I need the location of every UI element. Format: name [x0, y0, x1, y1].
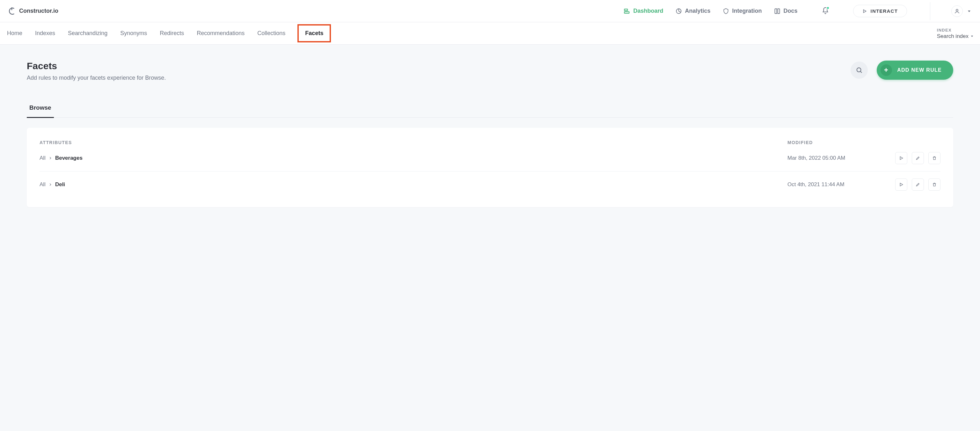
chevron-right-icon: [49, 183, 52, 186]
analytics-icon: [676, 8, 682, 14]
rules-table: Attributes Modified All Beverages Mar 8t…: [27, 128, 953, 207]
pencil-icon: [916, 156, 920, 161]
integration-icon: [723, 8, 729, 14]
svg-rect-1: [625, 9, 628, 11]
crumb-root: All: [40, 155, 46, 161]
index-select[interactable]: Search index: [937, 33, 974, 39]
add-rule-label: ADD NEW RULE: [897, 67, 942, 73]
topbar: Constructor.io Dashboard Analytics Integ…: [0, 0, 980, 22]
page: Facets Add rules to modify your facets e…: [0, 45, 980, 431]
subnav-redirects[interactable]: Redirects: [159, 28, 185, 38]
svg-marker-10: [900, 156, 903, 159]
topnav: Dashboard Analytics Integration Docs: [624, 2, 971, 20]
search-button[interactable]: [851, 62, 868, 79]
table-head: Attributes Modified: [40, 140, 940, 145]
svg-rect-2: [625, 11, 629, 13]
subnav-facets[interactable]: Facets: [298, 24, 331, 42]
subnav: Home Indexes Searchandizing Synonyms Red…: [6, 25, 331, 41]
play-icon: [862, 9, 867, 13]
page-header: Facets Add rules to modify your facets e…: [27, 60, 953, 81]
edit-button[interactable]: [912, 152, 924, 164]
crumb-root: All: [40, 181, 46, 188]
dashboard-icon: [624, 8, 630, 14]
page-titles: Facets Add rules to modify your facets e…: [27, 60, 166, 81]
crumb-leaf: Deli: [55, 181, 65, 188]
preview-button[interactable]: [895, 152, 907, 164]
modified-cell: Oct 4th, 2021 11:44 AM: [788, 181, 883, 188]
table-row: All Beverages Mar 8th, 2022 05:00 AM: [40, 145, 940, 172]
page-subtitle: Add rules to modify your facets experien…: [27, 75, 166, 81]
subnav-home[interactable]: Home: [6, 28, 23, 38]
user-menu[interactable]: [951, 5, 971, 17]
nav-docs[interactable]: Docs: [774, 8, 798, 14]
crumb-leaf: Beverages: [55, 155, 83, 161]
plus-icon: +: [881, 64, 892, 76]
pencil-icon: [916, 182, 920, 187]
nav-dashboard-label: Dashboard: [633, 8, 663, 14]
trash-icon: [932, 156, 937, 161]
svg-line-9: [861, 72, 862, 73]
svg-marker-6: [968, 11, 970, 12]
divider: [930, 2, 930, 20]
svg-point-8: [857, 68, 861, 72]
delete-button[interactable]: [928, 152, 940, 164]
col-modified: Modified: [788, 140, 883, 145]
search-icon: [856, 67, 863, 74]
notification-dot-icon: [826, 6, 829, 10]
table-row: All Deli Oct 4th, 2021 11:44 AM: [40, 172, 940, 198]
delete-button[interactable]: [928, 178, 940, 191]
trash-icon: [932, 182, 937, 187]
interact-button[interactable]: INTERACT: [853, 5, 907, 17]
brand-name: Constructor.io: [19, 8, 58, 14]
index-selector[interactable]: INDEX Search index: [937, 27, 974, 39]
brand-logo-icon: [8, 7, 16, 15]
svg-marker-11: [900, 183, 903, 186]
chevron-right-icon: [49, 156, 52, 160]
index-value: Search index: [937, 33, 969, 39]
caret-down-icon: [970, 35, 974, 38]
caret-down-icon: [967, 9, 971, 13]
col-attributes: Attributes: [40, 140, 788, 145]
edit-button[interactable]: [912, 178, 924, 191]
nav-integration[interactable]: Integration: [723, 8, 762, 14]
breadcrumb[interactable]: All Beverages: [40, 155, 788, 161]
row-actions: [883, 178, 940, 191]
svg-point-5: [956, 9, 958, 11]
nav-analytics[interactable]: Analytics: [676, 8, 711, 14]
tabs: Browse: [27, 104, 953, 118]
nav-dashboard[interactable]: Dashboard: [624, 8, 663, 14]
subnav-searchandizing[interactable]: Searchandizing: [67, 28, 108, 38]
nav-docs-label: Docs: [784, 8, 798, 14]
page-title: Facets: [27, 60, 166, 72]
svg-marker-4: [863, 10, 866, 13]
user-avatar-icon: [951, 5, 963, 17]
modified-cell: Mar 8th, 2022 05:00 AM: [788, 155, 883, 161]
subnav-recommendations[interactable]: Recommendations: [196, 28, 245, 38]
index-label: INDEX: [937, 27, 974, 32]
docs-icon: [774, 8, 780, 14]
nav-analytics-label: Analytics: [685, 8, 711, 14]
play-icon: [899, 156, 904, 161]
play-icon: [899, 182, 904, 187]
row-actions: [883, 152, 940, 164]
subnav-indexes[interactable]: Indexes: [35, 28, 56, 38]
subnav-synonyms[interactable]: Synonyms: [119, 28, 148, 38]
notifications-button[interactable]: [822, 7, 829, 15]
breadcrumb[interactable]: All Deli: [40, 181, 788, 188]
subnavbar: Home Indexes Searchandizing Synonyms Red…: [0, 22, 980, 45]
add-rule-button[interactable]: + ADD NEW RULE: [877, 60, 953, 80]
tab-browse[interactable]: Browse: [27, 104, 54, 118]
preview-button[interactable]: [895, 178, 907, 191]
subnav-collections[interactable]: Collections: [257, 28, 286, 38]
interact-label: INTERACT: [871, 8, 898, 14]
svg-marker-7: [971, 35, 973, 37]
brand[interactable]: Constructor.io: [8, 7, 58, 15]
page-actions: + ADD NEW RULE: [851, 60, 953, 80]
nav-integration-label: Integration: [732, 8, 762, 14]
